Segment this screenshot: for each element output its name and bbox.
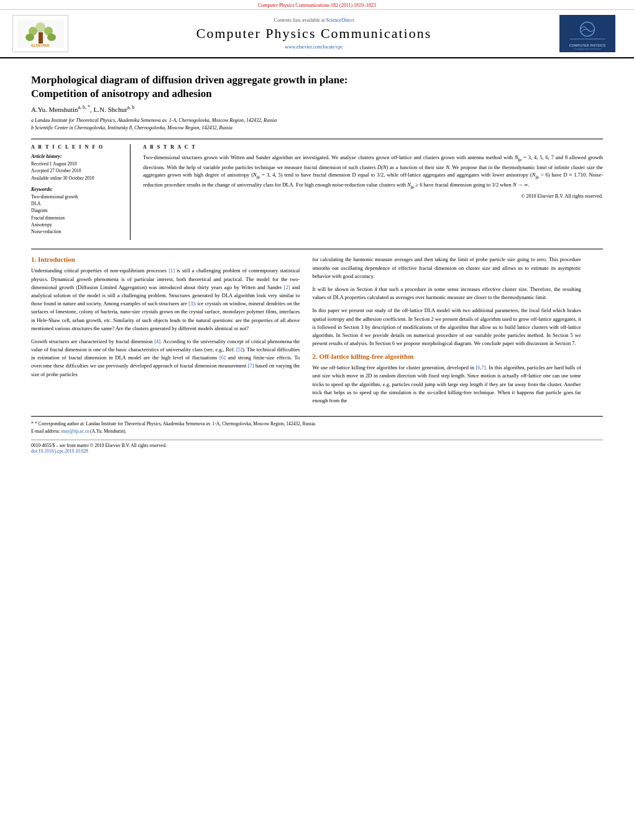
received-date: Received 1 August 2010 <box>31 160 121 167</box>
author1-name: A.Yu. Menshutin <box>31 106 78 113</box>
author1-affil: a, b, * <box>78 104 90 110</box>
keyword-2: DLA <box>31 200 121 207</box>
elsevier-logo: ELSEVIER <box>12 15 68 52</box>
doi-line[interactable]: doi:10.1016/j.cpc.2010.10.028 <box>31 448 603 454</box>
journal-header: ELSEVIER Contents lists available at Sci… <box>0 9 634 58</box>
author2-name: , L.N. Shchur <box>90 106 127 113</box>
intro-para2: Growth structures are characterized by f… <box>31 338 300 379</box>
keywords-section: Keywords: Two-dimensional growth DLA Dia… <box>31 187 121 236</box>
email-label: E-mail address: <box>31 428 60 434</box>
svg-text:COMMUNICATIONS: COMMUNICATIONS <box>574 48 601 50</box>
journal-header-center: Contents lists available at ScienceDirec… <box>68 17 559 50</box>
info-abstract-section: A R T I C L E I N F O Article history: R… <box>31 139 603 240</box>
revised-date: Accepted 27 October 2010 <box>31 167 121 174</box>
email-address[interactable]: may@itp.ac.ru <box>62 428 89 434</box>
footnote-star: * <box>31 421 34 427</box>
right-para1: for calculating the harmonic measure ave… <box>312 256 581 280</box>
authors-line: A.Yu. Menshutina, b, *, L.N. Shchura, b <box>31 104 603 113</box>
elsevier-logo-svg: ELSEVIER <box>17 20 64 48</box>
cpc-logo-box: COMPUTER PHYSICS COMMUNICATIONS <box>559 15 615 52</box>
citation-text: Computer Physics Communications 182 (201… <box>258 2 376 8</box>
contents-available-line: Contents lists available at ScienceDirec… <box>81 17 547 23</box>
history-section: Article history: Received 1 August 2010 … <box>31 154 121 182</box>
history-heading: Article history: <box>31 154 121 159</box>
intro-para1: Understanding critical properties of non… <box>31 267 300 332</box>
email-name: (A.Yu. Menshutin). <box>90 428 126 434</box>
author2-affil: a, b <box>127 104 135 110</box>
sciencedirect-link[interactable]: ScienceDirect <box>326 17 354 23</box>
section-2-heading: 2. Off-lattice killing-free algorithm <box>312 353 581 360</box>
footnote-section: * * Corresponding author at: Landau Inst… <box>31 416 603 435</box>
affiliation-a: a Landau Institute for Theoretical Physi… <box>31 117 603 124</box>
keyword-5: Anisotropy <box>31 221 121 228</box>
keyword-4: Fractal dimension <box>31 215 121 221</box>
svg-rect-10 <box>570 39 605 39</box>
journal-url[interactable]: www.elsevier.com/locate/cpc <box>81 44 547 50</box>
abstract-section: A B S T R A C T Two-dimensional structur… <box>143 144 603 240</box>
abstract-heading: A B S T R A C T <box>143 144 603 150</box>
body-right-col: for calculating the harmonic measure ave… <box>312 256 581 410</box>
issn-line: 0010-4655/$ – see front matter © 2010 El… <box>31 443 603 448</box>
keyword-6: Noise-reduction <box>31 228 121 235</box>
keywords-heading: Keywords: <box>31 187 121 192</box>
journal-title: Computer Physics Communications <box>81 25 547 42</box>
article-info: A R T I C L E I N F O Article history: R… <box>31 144 131 240</box>
article-title: Morphological diagram of diffusion drive… <box>31 73 603 101</box>
section-1-heading: 1. Introduction <box>31 256 300 263</box>
body-section: 1. Introduction Understanding critical p… <box>31 249 603 410</box>
keyword-3: Diagram <box>31 207 121 214</box>
bottom-bar: 0010-4655/$ – see front matter © 2010 El… <box>31 440 603 454</box>
section2-para: We use off-lattice killing-free algorith… <box>312 364 581 405</box>
svg-text:ELSEVIER: ELSEVIER <box>31 44 50 47</box>
footnote-email-line: E-mail address: may@itp.ac.ru (A.Yu. Men… <box>31 428 603 435</box>
body-left-col: 1. Introduction Understanding critical p… <box>31 256 300 410</box>
svg-text:COMPUTER PHYSICS: COMPUTER PHYSICS <box>569 44 606 47</box>
rights-text: © 2010 Elsevier B.V. All rights reserved… <box>143 193 603 200</box>
footnote-text: * * Corresponding author at: Landau Inst… <box>31 420 603 428</box>
right-para2: It will be shown in Section 4 that such … <box>312 285 581 302</box>
citation-bar: Computer Physics Communications 182 (201… <box>0 0 634 9</box>
footnote-affil: * Corresponding author at: Landau Instit… <box>35 421 316 427</box>
keyword-1: Two-dimensional growth <box>31 193 121 200</box>
svg-rect-6 <box>39 32 43 44</box>
abstract-text: Two-dimensional structures grown with Wi… <box>143 154 603 190</box>
affiliations: a Landau Institute for Theoretical Physi… <box>31 117 603 131</box>
cpc-logo-svg: COMPUTER PHYSICS COMMUNICATIONS <box>563 17 612 50</box>
contents-prefix: Contents lists available at <box>274 17 326 23</box>
article-title-text: Morphological diagram of diffusion drive… <box>31 74 347 99</box>
available-date: Available online 30 October 2010 <box>31 175 121 182</box>
svg-point-4 <box>25 34 34 41</box>
main-content: Morphological diagram of diffusion drive… <box>0 58 634 466</box>
right-para3: In this paper we present our study of th… <box>312 307 581 348</box>
affiliation-b: b Scientific Center in Chernogolovka, In… <box>31 124 603 131</box>
svg-point-5 <box>47 34 56 41</box>
article-info-heading: A R T I C L E I N F O <box>31 144 121 150</box>
